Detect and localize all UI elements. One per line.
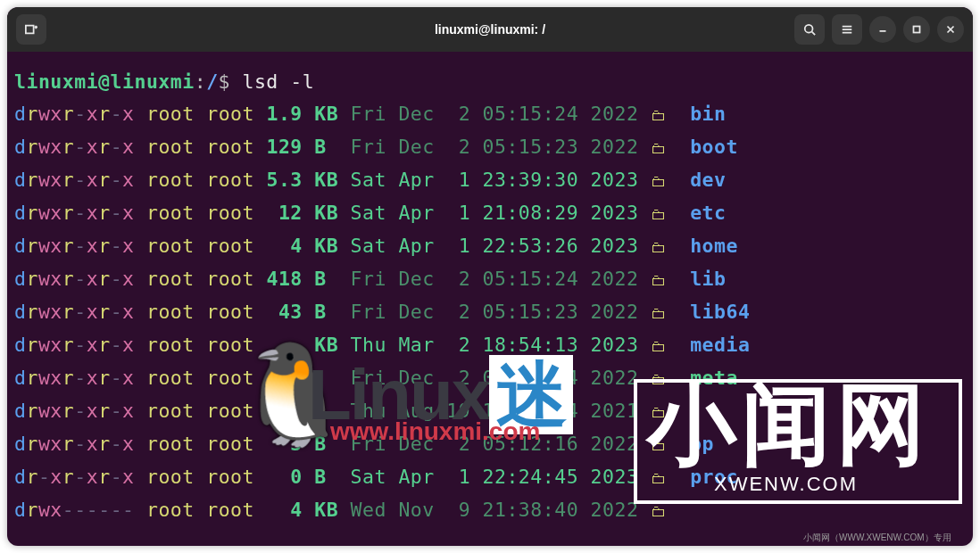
close-button[interactable]	[937, 16, 964, 43]
file-name: bin	[690, 103, 726, 125]
terminal-window: linuxmi@linuxmi: / linuxmi@linuxmi:/$ ls…	[7, 7, 973, 546]
list-row: drwxr-xr-x root root 43 B Fri Dec 2 05:1…	[14, 296, 966, 329]
folder-icon: 🗀	[651, 370, 667, 388]
terminal-body[interactable]: linuxmi@linuxmi:/$ lsd -ldrwxr-xr-x root…	[7, 52, 973, 541]
list-row: drwxr-xr-x root root 12 KB Sat Apr 1 21:…	[14, 197, 966, 230]
svg-point-3	[805, 25, 813, 33]
list-row: drwxr-xr-x root root 129 B Fri Dec 2 05:…	[14, 131, 966, 164]
list-row: drwxr-xr-x root root KB Thu Mar 2 18:54:…	[14, 329, 966, 362]
folder-icon: 🗀	[651, 172, 667, 190]
prompt-line: linuxmi@linuxmi:/$ lsd -l	[14, 66, 966, 98]
file-name: media	[690, 334, 750, 356]
svg-rect-0	[26, 26, 34, 34]
svg-rect-9	[914, 27, 920, 33]
list-row: drwx------ root root 4 KB Wed Nov 9 21:3…	[14, 494, 966, 527]
titlebar: linuxmi@linuxmi: /	[7, 7, 973, 52]
list-row: drwxr-xr-x root root 3 B Fri Dec 2 05:12…	[14, 428, 966, 461]
folder-icon: 🗀	[651, 106, 667, 124]
file-name: boot	[690, 136, 738, 158]
list-row: drwxr-xr-x root root 1.9 KB Fri Dec 2 05…	[14, 98, 966, 131]
search-button[interactable]	[794, 14, 825, 45]
folder-icon: 🗀	[651, 337, 667, 355]
list-row: drwxr-xr-x root root 418 B Fri Dec 2 05:…	[14, 263, 966, 296]
file-name: proc	[690, 466, 738, 488]
file-name: etc	[690, 202, 726, 224]
file-name: meta	[690, 367, 738, 389]
folder-icon: 🗀	[651, 502, 667, 520]
folder-icon: 🗀	[651, 205, 667, 223]
list-row: drwxr-xr-x root root Fri Dec 2 05:15:24 …	[14, 362, 966, 395]
file-name: lib	[690, 268, 726, 290]
folder-icon: 🗀	[651, 238, 667, 256]
svg-line-4	[812, 32, 816, 36]
list-row: drwxr-xr-x root root 5.3 KB Sat Apr 1 23…	[14, 164, 966, 197]
folder-icon: 🗀	[651, 436, 667, 454]
folder-icon: 🗀	[651, 271, 667, 289]
menu-button[interactable]	[832, 14, 862, 45]
folder-icon: 🗀	[651, 139, 667, 157]
file-name: dev	[690, 169, 726, 191]
folder-icon: 🗀	[651, 469, 667, 487]
folder-icon: 🗀	[651, 403, 667, 421]
file-name: op	[690, 433, 714, 455]
maximize-button[interactable]	[903, 16, 930, 43]
new-tab-button[interactable]	[16, 14, 46, 45]
folder-icon: 🗀	[651, 304, 667, 322]
list-row: dr-xr-xr-x root root 0 B Sat Apr 1 22:24…	[14, 461, 966, 494]
list-row: drwxr-xr-x root root 4 KB Sat Apr 1 22:5…	[14, 230, 966, 263]
minimize-button[interactable]	[869, 16, 896, 43]
file-name: home	[690, 235, 738, 257]
file-name: lib64	[690, 301, 750, 323]
list-row: drwxr-xr-x root root Thu Aug 19 18:29:24…	[14, 395, 966, 428]
